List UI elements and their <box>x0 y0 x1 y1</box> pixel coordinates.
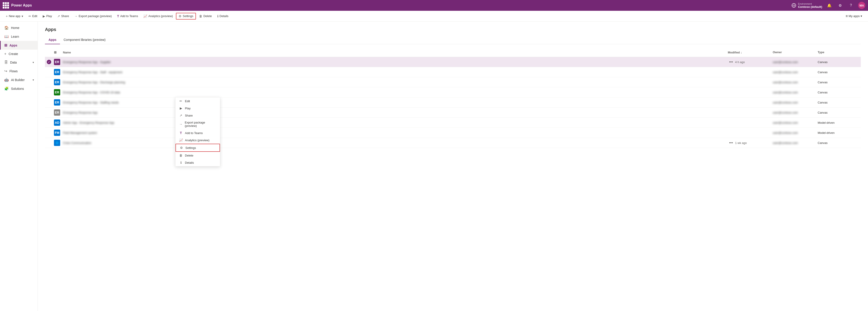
notifications-icon[interactable]: 🔔 <box>826 2 833 9</box>
modified-cell <box>726 122 771 124</box>
table-row[interactable]: ER Emergency Response App - Staffing nee… <box>45 98 861 108</box>
analytics-button[interactable]: 📈 Analytics (preview) <box>141 13 175 19</box>
my-apps-button[interactable]: ≡ My apps ▾ <box>843 13 864 19</box>
type-cell: Canvas <box>816 80 861 85</box>
context-menu-delete[interactable]: 🗑 Delete <box>176 152 220 159</box>
export-button[interactable]: → Export package (preview) <box>72 13 114 19</box>
app-icon: ER <box>54 59 60 65</box>
add-to-teams-button[interactable]: T Add to Teams <box>115 13 140 19</box>
owner-cell: user@contoso.com <box>771 120 816 125</box>
sidebar-item-apps[interactable]: ⊞ Apps <box>0 41 37 49</box>
table-row[interactable]: AD Admin App - Emergency Response App us… <box>45 118 861 128</box>
learn-icon: 📖 <box>4 34 9 39</box>
name-cell: Emergency Response App - Staff - equipme… <box>61 70 726 75</box>
toolbar: + New app ▾ ✏ Edit ▶ Play ↗ Share → Expo… <box>0 11 868 22</box>
app-name: Crisis Communication <box>63 141 91 145</box>
type-col-header: Type <box>816 49 861 55</box>
sidebar-item-solutions[interactable]: 🧩 Solutions <box>0 84 37 93</box>
export-menu-icon: → <box>179 123 182 126</box>
sidebar-item-label: Flows <box>9 69 18 73</box>
sidebar-item-ai-builder[interactable]: 🤖 AI Builder ▾ <box>0 75 37 84</box>
icon-cell: ER <box>52 98 61 106</box>
help-icon[interactable]: ? <box>847 2 855 9</box>
type-cell: Model-driven <box>816 120 861 125</box>
more-options-button[interactable]: ••• <box>728 140 734 145</box>
chevron-down-icon: ▾ <box>22 14 23 18</box>
home-icon: 🏠 <box>4 26 9 30</box>
icon-cell: ER <box>52 78 61 86</box>
app-icon: AD <box>54 119 60 126</box>
sidebar-item-label: Apps <box>9 43 17 47</box>
type-cell: Canvas <box>816 140 861 145</box>
table-row[interactable]: ER Emergency Response App - Staff - equi… <box>45 67 861 77</box>
sidebar-item-create[interactable]: + Create <box>0 49 37 58</box>
modified-col-header[interactable]: Modified ↓ <box>726 49 771 55</box>
context-menu-edit[interactable]: ✏ Edit <box>176 98 220 105</box>
tab-apps[interactable]: Apps <box>45 36 60 44</box>
context-menu: ✏ Edit ▶ Play ↗ Share → Export package (… <box>175 97 220 166</box>
check-icon: ✓ <box>47 60 51 64</box>
modified-cell <box>726 102 771 103</box>
create-icon: + <box>4 52 6 56</box>
owner-cell: user@contoso.com <box>771 70 816 75</box>
context-menu-details[interactable]: ℹ Details <box>176 159 220 166</box>
name-cell: Emergency Response App - Staffing needs <box>61 100 726 105</box>
name-cell: Admin App - Emergency Response App <box>61 120 726 125</box>
waffle-icon[interactable] <box>3 2 9 8</box>
edit-menu-icon: ✏ <box>179 99 183 103</box>
context-menu-analytics[interactable]: 📈 Analytics (preview) <box>176 137 220 144</box>
app-title: Power Apps <box>11 3 32 7</box>
name-col-header[interactable]: Name <box>61 49 726 55</box>
app-icon: ER <box>54 99 60 106</box>
apps-table: ⊞ Name Modified ↓ Owner Type ✓ <box>45 48 861 148</box>
sidebar-item-label: Create <box>8 52 18 56</box>
topbar-right: Environment Contoso (default) 🔔 ⚙ ? MA <box>792 2 865 9</box>
table-row[interactable]: ✓ ER Emergency Response App - Supplier •… <box>45 57 861 67</box>
share-menu-icon: ↗ <box>179 114 183 117</box>
owner-cell: user@contoso.com <box>771 110 816 115</box>
table-row[interactable]: 🌐 Crisis Communication ••• 1 wk ago user… <box>45 138 861 148</box>
new-app-button[interactable]: + New app ▾ <box>4 13 25 19</box>
avatar[interactable]: MA <box>858 2 865 9</box>
type-cell: Canvas <box>816 100 861 105</box>
sidebar-item-learn[interactable]: 📖 Learn <box>0 32 37 41</box>
environment-text: Environment Contoso (default) <box>798 2 822 8</box>
context-menu-add-to-teams[interactable]: T Add to Teams <box>176 129 220 137</box>
icon-cell: FM <box>52 129 61 137</box>
app-icon: ER <box>54 79 60 85</box>
details-button[interactable]: ℹ Details <box>215 13 231 19</box>
tab-component-libraries[interactable]: Component libraries (preview) <box>60 36 109 44</box>
sidebar-item-flows[interactable]: ↪ Flows <box>0 67 37 75</box>
delete-button[interactable]: 🗑 Delete <box>197 13 214 19</box>
name-cell: Emergency Response App - Supplier <box>61 60 726 65</box>
play-button[interactable]: ▶ Play <box>40 13 54 19</box>
sidebar-item-home[interactable]: 🏠 Home <box>0 23 37 32</box>
table-row[interactable]: FM Field Management system user@contoso.… <box>45 128 861 138</box>
toolbar-right: ≡ My apps ▾ <box>843 13 864 19</box>
context-menu-settings[interactable]: ⚙ Settings <box>176 144 220 152</box>
settings-icon[interactable]: ⚙ <box>837 2 844 9</box>
table-row[interactable]: ER Emergency Response App - COVID-19 dat… <box>45 88 861 98</box>
edit-button[interactable]: ✏ Edit <box>26 13 39 19</box>
play-menu-icon: ▶ <box>179 106 183 110</box>
select-cell <box>45 112 52 113</box>
table-row[interactable]: ER Emergency Response App - Discharge pl… <box>45 77 861 88</box>
context-menu-play[interactable]: ▶ Play <box>176 105 220 112</box>
ai-builder-icon: 🤖 <box>4 78 9 82</box>
table-row[interactable]: ER Emergency Response App user@contoso.c… <box>45 108 861 118</box>
icon-cell: ER <box>52 58 61 66</box>
settings-button[interactable]: ⚙ Settings <box>176 13 196 20</box>
sidebar-item-data[interactable]: 🗄 Data ▾ <box>0 58 37 67</box>
app-name: Emergency Response App - Staffing needs <box>63 101 119 104</box>
owner-cell: user@contoso.com <box>771 60 816 65</box>
share-button[interactable]: ↗ Share <box>55 13 71 19</box>
context-menu-share[interactable]: ↗ Share <box>176 112 220 119</box>
icon-cell: ER <box>52 68 61 76</box>
select-cell <box>45 81 52 83</box>
details-icon: ℹ <box>217 14 218 18</box>
analytics-icon: 📈 <box>143 14 147 18</box>
sidebar-item-label: AI Builder <box>11 78 25 82</box>
owner-cell: user@contoso.com <box>771 140 816 145</box>
more-options-button[interactable]: ••• <box>728 60 734 64</box>
context-menu-export[interactable]: → Export package (preview) <box>176 119 220 129</box>
